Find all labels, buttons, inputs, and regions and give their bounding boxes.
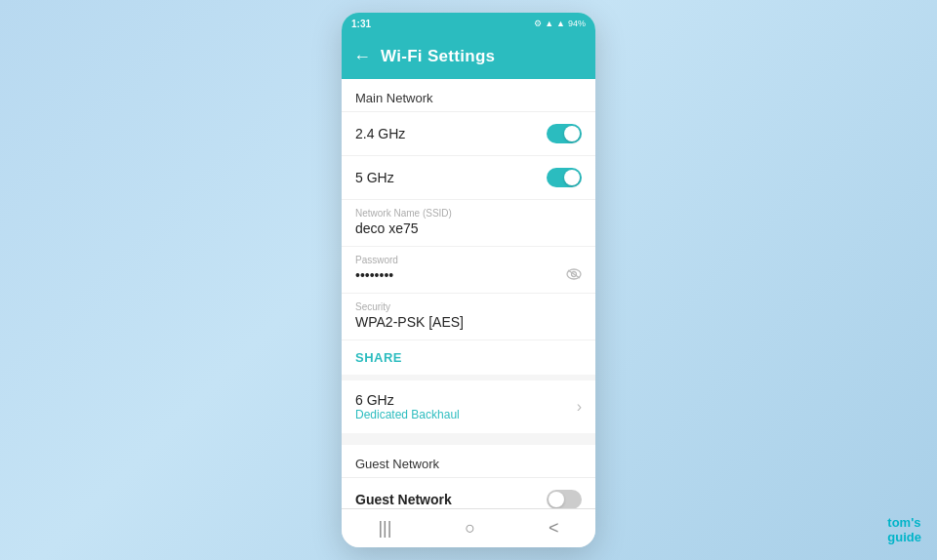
band-5-label: 5 GHz [355,170,394,185]
band-6-subtitle: Dedicated Backhaul [355,408,460,421]
guest-network-section-header: Guest Network [342,439,595,478]
network-name-value-row: deco xe75 [355,220,582,236]
chevron-right-icon: › [577,398,582,416]
nav-home-icon[interactable]: ○ [465,518,475,539]
status-time: 1:31 [351,19,371,29]
back-button[interactable]: ← [353,47,371,67]
share-button[interactable]: SHARE [342,340,595,375]
page-title: Wi-Fi Settings [381,47,495,66]
watermark: tom's guide [887,515,921,544]
header: ← Wi-Fi Settings [342,34,595,79]
status-bar: 1:31 ⚙ ▲ ▲ 94% [342,13,595,34]
settings-icon: ⚙ [534,19,542,28]
band-24-row: 2.4 GHz [342,112,595,156]
password-value-row: •••••••• [355,267,582,283]
main-network-section-header: Main Network [342,79,595,112]
guest-network-card: Guest Network Guest Network [342,439,595,508]
security-label: Security [355,301,582,312]
password-value: •••••••• [355,267,393,283]
band-6-title: 6 GHz [355,392,460,408]
band-5-toggle[interactable] [547,168,582,187]
security-value: WPA2-PSK [AES] [355,314,464,330]
nav-back-icon[interactable]: < [549,518,559,539]
guest-network-label: Guest Network [355,492,452,507]
show-password-icon[interactable] [566,267,582,283]
security-field: Security WPA2-PSK [AES] [342,294,595,340]
nav-menu-icon[interactable]: ||| [378,518,391,539]
band-5-row: 5 GHz [342,156,595,200]
guest-network-toggle[interactable] [547,490,582,508]
network-name-label: Network Name (SSID) [355,208,582,219]
wifi-icon: ▲ [556,19,565,28]
phone-frame: 1:31 ⚙ ▲ ▲ 94% ← Wi-Fi Settings Main Net… [342,13,595,547]
password-label: Password [355,255,582,265]
battery-icon: 94% [568,19,586,28]
signal-icon: ▲ [545,19,553,28]
band-6-row[interactable]: 6 GHz Dedicated Backhaul › [342,380,595,433]
main-network-card: Main Network 2.4 GHz 5 GHz Network Name … [342,79,595,375]
security-value-row: WPA2-PSK [AES] [355,314,582,330]
status-icons: ⚙ ▲ ▲ 94% [534,19,586,28]
content-area: Main Network 2.4 GHz 5 GHz Network Name … [342,79,595,508]
band-24-label: 2.4 GHz [355,126,405,141]
network-name-field: Network Name (SSID) deco xe75 [342,200,595,247]
nav-bar: ||| ○ < [342,508,595,547]
password-field: Password •••••••• [342,247,595,294]
band-24-toggle[interactable] [547,124,582,143]
network-name-value: deco xe75 [355,220,419,236]
band-6-card: 6 GHz Dedicated Backhaul › [342,380,595,433]
guest-network-row: Guest Network [342,478,595,508]
band-6-left: 6 GHz Dedicated Backhaul [355,392,460,421]
